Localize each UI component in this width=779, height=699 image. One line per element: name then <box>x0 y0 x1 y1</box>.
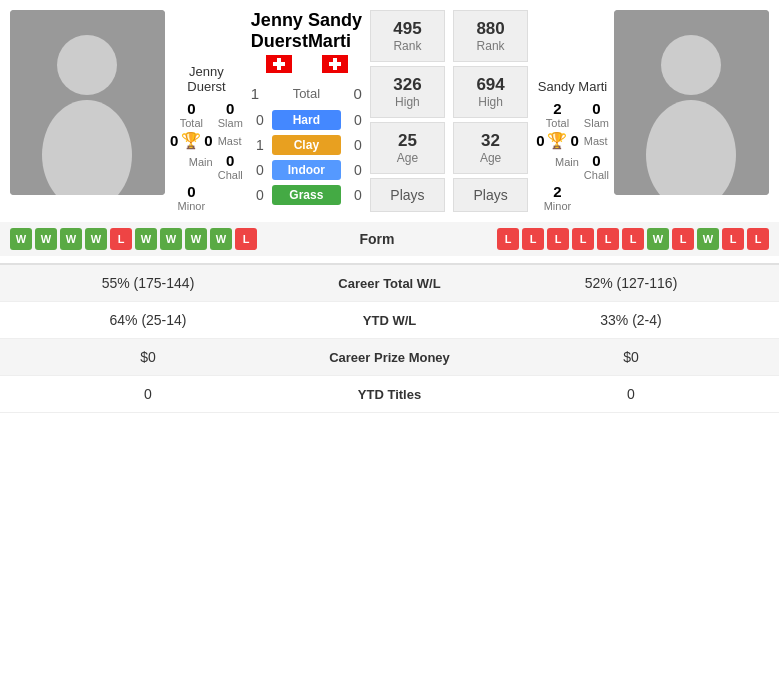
left-big-name: Jenny Duerst <box>251 10 308 52</box>
form-badge-w: W <box>185 228 207 250</box>
career-wl-left: 55% (175-144) <box>8 275 288 291</box>
career-wl-label: Career Total W/L <box>288 276 491 291</box>
right-big-name: Sandy Marti <box>308 10 362 52</box>
right-slam-value: 0 <box>584 100 609 117</box>
prize-row: $0 Career Prize Money $0 <box>0 339 779 376</box>
form-badge-l: L <box>672 228 694 250</box>
left-chall-cell: 0 Chall <box>218 152 243 181</box>
right-age-panel: 32 Age <box>453 122 528 174</box>
indoor-right-score: 0 <box>344 162 362 178</box>
hard-row: 0 Hard 0 <box>251 110 362 130</box>
right-high-value: 694 <box>459 75 522 95</box>
left-player-photo-col <box>10 10 165 212</box>
form-badge-w: W <box>35 228 57 250</box>
right-main-label: Main <box>555 156 579 168</box>
hard-badge: Hard <box>272 110 341 130</box>
left-player-photo <box>10 10 165 195</box>
right-high-label: High <box>459 95 522 109</box>
right-total-cell: 2 Total <box>536 100 579 129</box>
left-slam-value: 0 <box>218 100 243 117</box>
left-plays-label: Plays <box>390 187 424 203</box>
prize-label: Career Prize Money <box>288 350 491 365</box>
right-minor-cell: 2 Minor <box>536 183 579 212</box>
left-mast-trophy-cell: 0 🏆 0 <box>170 131 213 150</box>
left-slam-cell: 0 Slam <box>218 100 243 129</box>
grass-row: 0 Grass 0 <box>251 185 362 205</box>
form-badge-l: L <box>547 228 569 250</box>
ytd-wl-left: 64% (25-14) <box>8 312 288 328</box>
left-flag <box>266 55 292 73</box>
left-minor-value: 0 <box>170 183 213 200</box>
form-badge-l: L <box>722 228 744 250</box>
right-flag <box>322 55 348 73</box>
left-info-panels: 495 Rank 326 High 25 Age Plays <box>370 10 445 212</box>
left-minor-cell: 0 Minor <box>170 183 213 212</box>
right-high-panel: 694 High <box>453 66 528 118</box>
indoor-badge: Indoor <box>272 160 341 180</box>
left-chall-label: Chall <box>218 169 243 181</box>
left-trophy-icon: 🏆 <box>181 131 201 150</box>
form-badge-l: L <box>572 228 594 250</box>
form-label: Form <box>360 231 395 247</box>
left-rank-value: 495 <box>376 19 439 39</box>
center-column: Jenny Duerst Sandy Marti 1 To <box>251 10 362 212</box>
left-total-value: 0 <box>170 100 213 117</box>
left-mast-label-cell: Mast <box>218 131 243 150</box>
left-chall-value: 0 <box>218 152 243 169</box>
right-plays-label: Plays <box>473 187 507 203</box>
right-player-photo <box>614 10 769 195</box>
right-total-value: 2 <box>536 100 579 117</box>
right-trophy-icon: 🏆 <box>547 131 567 150</box>
form-badge-w: W <box>135 228 157 250</box>
left-age-panel: 25 Age <box>370 122 445 174</box>
right-player-photo-col <box>614 10 769 212</box>
comparison-area: Jenny Duerst 0 Total 0 Slam 0 🏆 0 <box>0 0 779 222</box>
left-form-badges: WWWWLWWWWL <box>10 228 257 250</box>
left-high-panel: 326 High <box>370 66 445 118</box>
left-name-flag: Jenny Duerst <box>251 10 308 73</box>
left-mast-value: 0 <box>170 132 178 149</box>
ytd-wl-row: 64% (25-14) YTD W/L 33% (2-4) <box>0 302 779 339</box>
form-badge-l: L <box>597 228 619 250</box>
total-label: Total <box>269 86 344 101</box>
svg-point-4 <box>661 35 721 95</box>
left-high-value: 326 <box>376 75 439 95</box>
total-right-score: 0 <box>344 85 362 102</box>
left-rank-panel: 495 Rank <box>370 10 445 62</box>
indoor-left-score: 0 <box>251 162 269 178</box>
clay-right-score: 0 <box>344 137 362 153</box>
page-container: Jenny Duerst 0 Total 0 Slam 0 🏆 0 <box>0 0 779 413</box>
left-stats-grid: 0 Total 0 Slam 0 🏆 0 Mast <box>170 100 243 212</box>
right-form-badges: LLLLLLWLWLL <box>497 228 769 250</box>
titles-left: 0 <box>8 386 288 402</box>
right-name-flag: Sandy Marti <box>308 10 362 73</box>
ytd-wl-label: YTD W/L <box>288 313 491 328</box>
right-total-label: Total <box>536 117 579 129</box>
right-main-value: 0 <box>570 132 578 149</box>
left-player-area: Jenny Duerst 0 Total 0 Slam 0 🏆 0 <box>10 10 243 212</box>
left-high-label: High <box>376 95 439 109</box>
form-section: WWWWLWWWWL Form LLLLLLWLWLL <box>0 222 779 256</box>
right-minor-label: Minor <box>536 200 579 212</box>
total-left-score: 1 <box>251 85 269 102</box>
left-mast-label: Mast <box>218 135 242 147</box>
hard-right-score: 0 <box>344 112 362 128</box>
left-stats-col: Jenny Duerst 0 Total 0 Slam 0 🏆 0 <box>170 10 243 212</box>
left-slam-label: Slam <box>218 117 243 129</box>
bottom-stats: 55% (175-144) Career Total W/L 52% (127-… <box>0 263 779 413</box>
prize-right: $0 <box>491 349 771 365</box>
player-names-row: Jenny Duerst Sandy Marti <box>251 10 362 73</box>
right-rank-label: Rank <box>459 39 522 53</box>
left-main-label-cell: Main <box>170 152 213 181</box>
right-mast-label-cell: Mast <box>584 131 609 150</box>
form-badge-l: L <box>497 228 519 250</box>
right-age-value: 32 <box>459 131 522 151</box>
left-main-label: Main <box>189 156 213 168</box>
left-main-value: 0 <box>204 132 212 149</box>
left-player-name: Jenny Duerst <box>170 64 243 94</box>
right-rank-panel: 880 Rank <box>453 10 528 62</box>
form-badge-l: L <box>747 228 769 250</box>
clay-left-score: 1 <box>251 137 269 153</box>
right-slam-cell: 0 Slam <box>584 100 609 129</box>
form-badge-l: L <box>110 228 132 250</box>
